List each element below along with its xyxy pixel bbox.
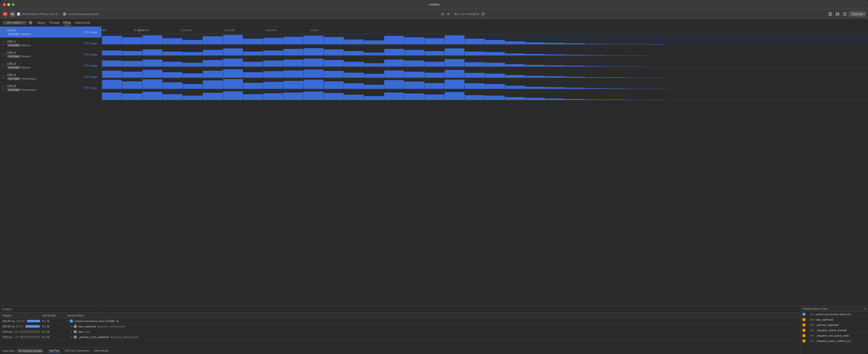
svg-text:≡: ≡	[48, 336, 49, 338]
heaviest-count: 267	[807, 329, 814, 332]
self-icon[interactable]: ≡	[47, 335, 50, 338]
chart-bar	[566, 43, 585, 44]
cpu-name-0: CPU 0	[7, 29, 84, 32]
expand-icon[interactable]: ▾	[71, 325, 72, 328]
cpu-checkbox-4[interactable]	[2, 75, 5, 79]
chart-bar	[606, 66, 626, 67]
chart-bar	[304, 59, 323, 67]
expand-icon[interactable]: ▾	[71, 330, 72, 333]
tab-target[interactable]: Target	[37, 20, 45, 25]
footer-tab-call-tree[interactable]: Call Tree	[48, 349, 60, 353]
orange-icon	[802, 318, 805, 321]
maximize-button[interactable]	[11, 3, 14, 6]
heaviest-name: coreml-concurrency-issue (31...	[815, 313, 866, 316]
chart-bar	[445, 92, 464, 100]
footer-tab-constraints[interactable]: Call Tree Constraints	[63, 349, 90, 353]
chart-bar	[425, 94, 444, 100]
chart-bars-3	[102, 68, 868, 78]
input-filter-label: Input Filter	[2, 349, 15, 352]
chart-bar	[425, 72, 444, 78]
chart-bar	[566, 88, 585, 89]
chart-bar	[203, 80, 223, 89]
pause-button[interactable]: ▮▮	[10, 11, 15, 17]
circle-plus-icon[interactable]: ⊕	[116, 319, 119, 323]
col-self-header[interactable]: Self Weight	[42, 314, 66, 317]
layout-btn-3[interactable]	[842, 11, 848, 17]
timeline-row-1[interactable]	[102, 45, 868, 56]
chart-bar	[203, 71, 223, 78]
self-icon[interactable]: ≡	[47, 330, 50, 333]
tab-cpus[interactable]: CPUs	[63, 20, 71, 25]
heaviest-title: Heaviest Stack Trace	[802, 307, 828, 310]
heaviest-count: 280	[807, 324, 814, 326]
timeline-row-0[interactable]	[102, 34, 868, 45]
self-icon[interactable]: ≡	[47, 325, 50, 328]
chart-bar	[243, 62, 263, 67]
cpu-usage-0: CPU Usage	[84, 31, 97, 34]
weight-bar	[27, 320, 40, 322]
skip-back-icon[interactable]	[441, 12, 445, 16]
heaviest-name: _dispatch_async_redirect_inv...	[815, 340, 866, 343]
cpu-checkbox-0[interactable]	[2, 30, 5, 34]
cpu-checkbox-2[interactable]	[2, 53, 5, 56]
play-icon[interactable]	[446, 12, 451, 16]
sort-icon: ▾	[11, 314, 12, 317]
heaviest-row[interactable]: 291 coreml-concurrency-issue (31...	[801, 312, 868, 317]
expand-icon[interactable]: ▾	[67, 320, 68, 322]
cpu-row-0[interactable]: CPU 0 CPU Index Efficient CPU Usage	[0, 27, 101, 38]
chart-bar	[183, 40, 203, 44]
profile-expand-icon[interactable]: ▾	[11, 308, 12, 311]
weight-cell: 280.00 ms 96.2%	[2, 325, 41, 328]
heaviest-row[interactable]: 267 _dispatch_root_queue_drain	[801, 333, 868, 338]
heaviest-row[interactable]: 210 _dispatch_async_redirect_inv...	[801, 338, 868, 344]
cpu-index-filter[interactable]: CPU INDEX ▾ •	[2, 21, 27, 25]
cpu-index-label: CPU INDEX	[7, 21, 21, 24]
tab-instruments[interactable]: Instruments	[75, 20, 90, 25]
col-weight-header[interactable]: Weight ▾	[2, 314, 41, 317]
record-button[interactable]	[2, 11, 8, 17]
close-button[interactable]	[3, 3, 6, 6]
chart-bar	[304, 91, 323, 100]
self-icon[interactable]: ≡	[47, 320, 50, 323]
timeline-row-5[interactable]	[102, 90, 868, 101]
cpu-row-1[interactable]: CPU 1 CPU Index Efficient CPU Usage	[0, 38, 101, 49]
heaviest-row[interactable]: 280 _pthread_wqthread	[801, 322, 868, 328]
cpu-row-2[interactable]: CPU 2 CPU Index Efficient CPU Usage	[0, 49, 101, 60]
table-row[interactable]: 280.00 ms 96.2% 0 s ≡ ▾ start_wqthread l…	[0, 324, 800, 329]
heaviest-copy-button[interactable]: ⎘	[864, 307, 866, 311]
table-row[interactable]: 5.00 ms 1.7% 0 s ≡ ▾ _pthread_cond_updat…	[0, 334, 800, 340]
cpu-checkbox-5[interactable]	[2, 86, 5, 90]
cpu-row-3[interactable]: CPU 3 CPU Index Efficient CPU Usage	[0, 60, 101, 71]
table-row[interactable]: 6.00 ms 2.0% 0 s ≡ ▾ start dyld	[0, 329, 800, 334]
layout-btn-1[interactable]	[827, 11, 833, 17]
timeline-row-4[interactable]	[102, 79, 868, 90]
involves-symbol-filter[interactable]: Involves Symbol	[17, 349, 43, 353]
main-area: CPU 0 CPU Index Efficient CPU Usage CPU …	[0, 27, 868, 354]
col-symbol-header[interactable]: Symbol Name	[67, 314, 798, 317]
chart-bar	[344, 39, 364, 45]
cpu-row-4[interactable]: CPU 4 CPU Index Performance CPU Usage	[0, 71, 101, 82]
cpu-checkbox-3[interactable]	[2, 64, 5, 67]
layout-btn-2[interactable]	[835, 11, 840, 17]
tab-threads[interactable]: Threads	[49, 20, 60, 25]
timeline-panel: ✕ 00:00.00000:54.66901:00.00002:00.00003…	[102, 27, 868, 305]
run-info-button[interactable]: i	[481, 12, 485, 16]
heaviest-row[interactable]: 267 _dispatch_worker_thread2	[801, 328, 868, 333]
table-row[interactable]: 291.00 ms 100.0% 0 s ≡ ▾ coreml-concurre…	[0, 318, 800, 324]
duplicate-button[interactable]: Duplicate	[849, 11, 866, 17]
cpu-row-5[interactable]: CPU 5 CPU Index Performance CPU Usage	[0, 82, 101, 93]
svg-text:≡: ≡	[48, 325, 49, 328]
footer-tab-data-mining[interactable]: Data Mining	[93, 349, 110, 353]
timeline-row-3[interactable]	[102, 67, 868, 79]
time-marker-4: 03:00.000	[224, 29, 236, 32]
cpu-tags-0: CPU Index Efficient	[7, 33, 84, 36]
minimize-button[interactable]	[7, 3, 10, 6]
expand-icon[interactable]: ▾	[71, 335, 72, 338]
cpu-checkbox-1[interactable]	[2, 42, 5, 45]
cpu-name-1: CPU 1	[7, 40, 84, 43]
heaviest-row[interactable]: 280 start_wqthread	[801, 317, 868, 322]
timeline-row-2[interactable]	[102, 56, 868, 67]
filter-clear-button[interactable]: ✕	[29, 21, 32, 25]
traffic-lights	[3, 3, 14, 6]
chart-bar	[626, 89, 646, 89]
